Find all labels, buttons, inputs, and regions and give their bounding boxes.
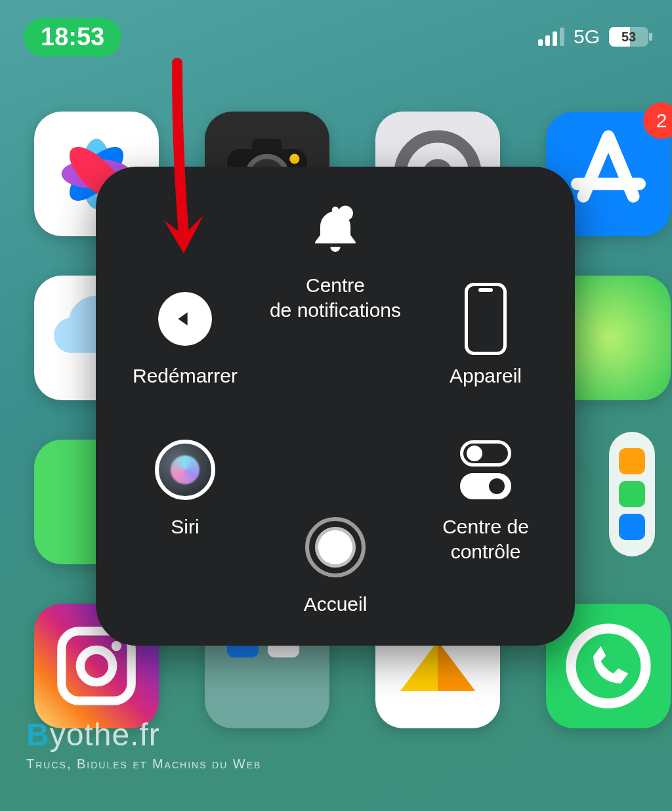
network-label: 5G — [574, 26, 600, 48]
device-icon — [453, 286, 518, 352]
home-label: Accueil — [304, 592, 368, 617]
battery-percent: 53 — [609, 30, 648, 45]
menu-restart[interactable]: Redémarrer — [113, 286, 257, 388]
restart-icon — [152, 286, 218, 352]
status-time[interactable]: 18:53 — [24, 18, 121, 56]
menu-notifications[interactable]: Centre de notifications — [263, 196, 408, 322]
battery-icon: 53 — [609, 27, 648, 47]
status-right: 5G 53 — [538, 26, 648, 48]
watermark-prefix: B — [26, 717, 50, 752]
restart-label: Redémarrer — [133, 364, 238, 388]
watermark-rest: yothe.fr — [50, 717, 160, 752]
svg-point-18 — [338, 205, 353, 220]
signal-icon — [538, 28, 564, 46]
stack-icon-3 — [619, 514, 645, 540]
control-center-label: Centre de contrôle — [442, 514, 529, 564]
stack-icon-2 — [619, 481, 645, 507]
siri-label: Siri — [171, 514, 199, 539]
watermark-tagline: Trucs, Bidules et Machins du Web — [26, 757, 261, 772]
menu-control-center[interactable]: Centre de contrôle — [413, 437, 558, 564]
notifications-label: Centre de notifications — [270, 273, 401, 322]
svg-point-16 — [112, 641, 121, 651]
svg-point-10 — [289, 154, 299, 164]
toggles-icon — [453, 437, 518, 503]
home-icon — [303, 514, 368, 580]
watermark-logo: Byothe.fr — [26, 717, 261, 753]
bell-icon — [303, 196, 368, 261]
stack-icon-1 — [619, 448, 645, 474]
siri-icon — [152, 437, 218, 503]
menu-device[interactable]: Appareil — [413, 286, 558, 388]
side-app-stack[interactable] — [609, 432, 655, 556]
device-label: Appareil — [450, 364, 522, 388]
assistivetouch-panel: Centre de notifications Redémarrer Appar… — [96, 167, 575, 646]
svg-point-17 — [571, 629, 646, 703]
menu-home[interactable]: Accueil — [263, 514, 408, 617]
svg-rect-11 — [252, 139, 282, 154]
svg-point-15 — [80, 650, 112, 682]
watermark: Byothe.fr Trucs, Bidules et Machins du W… — [26, 717, 261, 772]
status-bar: 18:53 5G 53 — [0, 18, 672, 55]
menu-siri[interactable]: Siri — [113, 437, 257, 539]
